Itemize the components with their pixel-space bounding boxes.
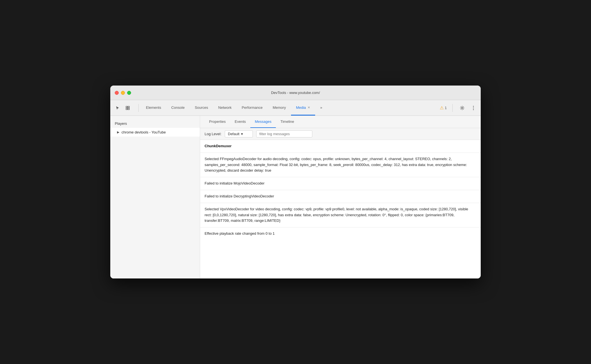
message-row: ChunkDemuxer	[200, 140, 481, 153]
toolbar-right: ⚠ 1	[440, 104, 477, 112]
tab-memory[interactable]: Memory	[268, 100, 291, 116]
tab-media[interactable]: Media ✕	[291, 100, 315, 116]
message-row: Effective playback rate changed from 0 t…	[200, 227, 481, 240]
cursor-icon[interactable]	[114, 104, 122, 112]
minimize-button[interactable]	[121, 91, 125, 95]
sidebar-item-youtube[interactable]: ▶ chrome devtools - YouTube	[110, 128, 200, 137]
tab-close-media[interactable]: ✕	[308, 106, 310, 109]
svg-rect-1	[128, 106, 129, 108]
toolbar-divider	[138, 104, 139, 112]
tab-more[interactable]: »	[315, 100, 327, 116]
main-nav-tabs: Elements Console Sources Network Perform…	[141, 100, 440, 116]
log-toolbar: Log Level: Default ▾	[200, 128, 481, 140]
chevron-right-icon: ▶	[117, 130, 119, 134]
message-row: Failed to initialize DecryptingVideoDeco…	[200, 190, 481, 203]
message-row: Failed to initialize MojoVideoDecoder	[200, 177, 481, 190]
message-row: Selected FFmpegAudioDecoder for audio de…	[200, 153, 481, 177]
subtab-messages[interactable]: Messages	[250, 116, 276, 128]
message-row: Selected VpxVideoDecoder for video decod…	[200, 203, 481, 227]
sidebar: Players ▶ chrome devtools - YouTube	[110, 116, 200, 278]
toolbar-icon-group	[114, 104, 132, 112]
maximize-button[interactable]	[127, 91, 131, 95]
svg-rect-3	[128, 108, 129, 110]
close-button[interactable]	[115, 91, 119, 95]
right-panel: Properties Events Messages Timeline Log …	[200, 116, 481, 278]
svg-rect-0	[126, 106, 127, 108]
devtools-window: DevTools - www.youtube.com/ Elements	[110, 86, 481, 278]
messages-list: ChunkDemuxer Selected FFmpegAudioDecoder…	[200, 140, 481, 278]
log-level-label: Log Level:	[205, 132, 221, 136]
svg-rect-2	[126, 108, 127, 110]
filter-input[interactable]	[256, 130, 312, 137]
main-content: Players ▶ chrome devtools - YouTube Prop…	[110, 116, 481, 278]
more-options-button[interactable]	[469, 104, 477, 112]
svg-point-5	[473, 106, 474, 107]
inspect-icon[interactable]	[124, 104, 132, 112]
svg-point-7	[473, 109, 474, 110]
tab-sources[interactable]: Sources	[190, 100, 213, 116]
warning-badge[interactable]: ⚠ 1	[440, 105, 447, 110]
tab-console[interactable]: Console	[166, 100, 190, 116]
svg-point-4	[462, 107, 463, 109]
toolbar-divider-2	[452, 104, 453, 112]
subtab-properties[interactable]: Properties	[205, 116, 230, 128]
sub-tabs: Properties Events Messages Timeline	[200, 116, 481, 128]
tab-network[interactable]: Network	[213, 100, 237, 116]
warning-icon: ⚠	[440, 105, 444, 110]
traffic-lights	[115, 91, 131, 95]
subtab-events[interactable]: Events	[230, 116, 250, 128]
svg-point-6	[473, 107, 474, 108]
subtab-timeline[interactable]: Timeline	[276, 116, 299, 128]
main-toolbar: Elements Console Sources Network Perform…	[110, 100, 481, 116]
window-title: DevTools - www.youtube.com/	[271, 91, 320, 95]
settings-button[interactable]	[458, 104, 466, 112]
log-level-select[interactable]: Default ▾	[225, 130, 253, 137]
tab-elements[interactable]: Elements	[141, 100, 166, 116]
chevron-down-icon: ▾	[241, 132, 243, 136]
sidebar-header: Players	[110, 119, 200, 128]
tab-performance[interactable]: Performance	[237, 100, 267, 116]
title-bar: DevTools - www.youtube.com/	[110, 86, 481, 100]
